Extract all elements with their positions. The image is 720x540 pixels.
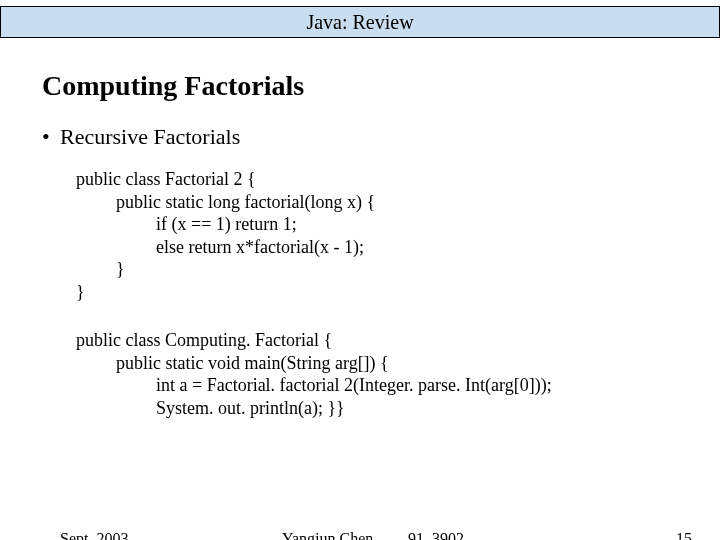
code-block-2: public class Computing. Factorial { publ… <box>76 329 720 419</box>
footer-course: 91. 3902 <box>408 530 464 540</box>
code-line: } <box>76 281 720 304</box>
code-line: public static void main(String arg[]) { <box>76 352 720 375</box>
code-line: System. out. println(a); }} <box>76 397 720 420</box>
footer-date: Sept. 2003 <box>60 530 128 540</box>
code-line: public class Factorial 2 { <box>76 168 720 191</box>
code-block-1: public class Factorial 2 { public static… <box>76 168 720 303</box>
title-text: Java: Review <box>306 11 413 34</box>
bullet-dot: • <box>42 124 60 150</box>
code-line: } <box>76 258 720 281</box>
slide: Java: Review Computing Factorials • Recu… <box>0 6 720 540</box>
code-line: if (x == 1) return 1; <box>76 213 720 236</box>
footer-author: Yangjun Chen <box>282 530 373 540</box>
bullet-text: Recursive Factorials <box>60 124 240 150</box>
code-line: else return x*factorial(x - 1); <box>76 236 720 259</box>
footer-page-number: 15 <box>676 530 692 540</box>
bullet-item: • Recursive Factorials <box>42 124 720 150</box>
code-line: public static long factorial(long x) { <box>76 191 720 214</box>
title-bar: Java: Review <box>0 6 720 38</box>
code-line: public class Computing. Factorial { <box>76 329 720 352</box>
slide-heading: Computing Factorials <box>42 70 720 102</box>
code-line: int a = Factorial. factorial 2(Integer. … <box>76 374 720 397</box>
